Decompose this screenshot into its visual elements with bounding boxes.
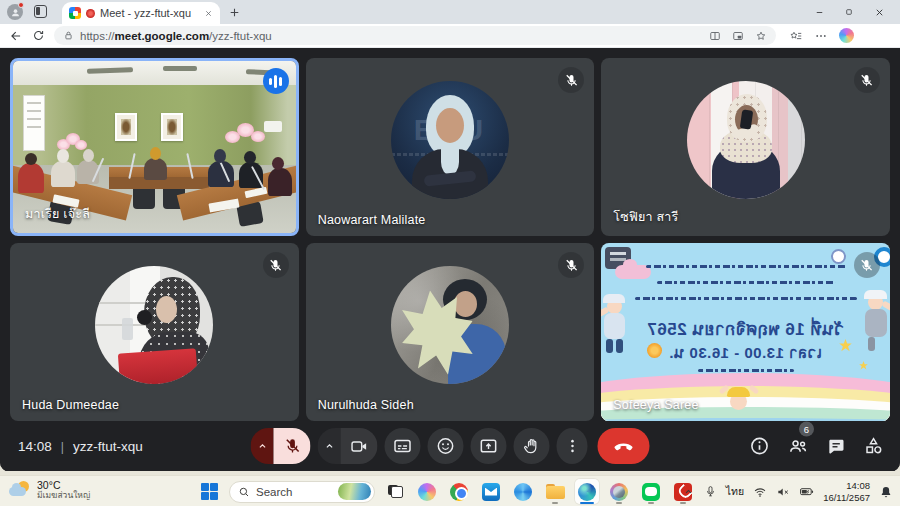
participant-name: Naowarart Malilate [318,213,426,227]
avatar [687,81,805,199]
leave-call-button[interactable] [598,428,650,464]
close-window-button[interactable] [864,0,894,24]
system-tray: ไทย 14:08 16/11/2567 [682,476,893,506]
copilot-icon [418,483,436,501]
taskbar-search[interactable]: Search [229,481,375,503]
toolbar-actions [789,28,854,43]
end-call-icon [613,435,635,457]
taskbar-chrome[interactable] [447,479,471,504]
taskbar-file-explorer[interactable] [543,479,567,504]
favorite-star-icon[interactable] [755,30,767,42]
tray-mic-icon[interactable] [704,485,717,498]
favorites-bar-icon[interactable] [789,29,803,43]
weather-condition: มีเมฆส่วนใหญ่ [37,491,90,501]
wifi-icon[interactable] [753,485,767,499]
people-icon [787,435,809,457]
address-bar-actions [709,30,767,42]
mic-toggle-button[interactable] [274,428,311,464]
photos-icon [610,483,628,501]
shared-event-poster: วันที่ 16 พฤศจิกายน 2567 เวลา 13.00 - 16… [601,243,890,421]
volume-muted-icon[interactable] [776,485,790,499]
meet-favicon-icon [69,7,81,19]
taskbar-mail[interactable] [479,479,503,504]
tab-strip: Meet - yzz-ftut-xqu [0,0,900,24]
mic-muted-icon [558,67,584,93]
camera-options-button[interactable] [318,428,341,464]
meeting-code: yzz-ftut-xqu [73,439,143,454]
task-view-button[interactable] [383,479,407,504]
present-screen-icon [479,436,499,456]
browser-window: Meet - yzz-ftut-xqu https://meet.google.… [0,0,900,472]
task-view-icon [388,485,403,498]
mic-muted-icon [854,252,880,278]
battery-icon[interactable] [799,484,814,499]
tray-date: 16/11/2567 [823,492,870,504]
participants-button[interactable]: 6 [786,435,809,458]
cartoon-kid-decoration [601,299,631,359]
participant-tile[interactable]: EDU Naowarart Malilate [306,58,595,236]
participant-tile-poster[interactable]: วันที่ 16 พฤศจิกายน 2567 เวลา 13.00 - 16… [601,243,890,421]
camera-control-group [318,428,378,464]
plus-icon [228,6,241,19]
participant-tile[interactable]: Huda Dumeedae [10,243,299,421]
more-menu-icon[interactable] [814,29,828,43]
tab-meet[interactable]: Meet - yzz-ftut-xqu [62,2,220,24]
language-indicator[interactable]: ไทย [726,483,744,500]
mic-muted-icon [558,252,584,278]
mic-muted-icon [854,67,880,93]
search-highlight-image [338,483,371,500]
tray-clock[interactable]: 14:08 16/11/2567 [823,480,870,504]
taskbar-store[interactable] [511,479,535,504]
participant-tile[interactable]: Nurulhuda Sideh [306,243,595,421]
taskbar-edge[interactable] [575,479,599,504]
activities-button[interactable] [862,435,885,458]
window-controls [804,0,894,24]
cartoon-kid-decoration [719,385,759,419]
present-button[interactable] [471,428,507,464]
reactions-button[interactable] [428,428,464,464]
avatar: EDU [391,81,509,199]
back-icon[interactable] [9,29,23,43]
participant-name: มาเรีย เจ๊ะลี [25,204,90,224]
captions-button[interactable] [385,428,421,464]
start-button[interactable] [197,479,221,504]
camera-toggle-button[interactable] [341,428,378,464]
meeting-details-button[interactable] [748,435,771,458]
maximize-button[interactable] [834,0,864,24]
meeting-info: 14:08 | yzz-ftut-xqu [18,439,143,454]
lock-icon[interactable] [63,30,74,41]
captions-icon [393,436,413,456]
copilot-icon[interactable] [839,28,854,43]
address-bar[interactable]: https://meet.google.com/yzz-ftut-xqu [54,26,776,45]
split-screen-icon[interactable] [709,30,721,42]
more-options-button[interactable] [557,428,588,464]
taskbar-copilot[interactable] [415,479,439,504]
chevron-up-icon [322,439,336,453]
profile-avatar-icon [10,7,21,18]
notifications-bell-icon[interactable] [879,485,893,499]
taskbar-line[interactable] [639,479,663,504]
taskbar-weather-widget[interactable]: 30°C มีเมฆส่วนใหญ่ [9,479,90,501]
minimize-button[interactable] [804,0,834,24]
more-vertical-icon [563,437,581,455]
mic-options-button[interactable] [251,428,274,464]
chat-button[interactable] [824,435,847,458]
separator: | [61,439,64,453]
tray-chevron-up-icon[interactable] [682,485,695,498]
new-tab-button[interactable] [228,5,242,19]
raise-hand-button[interactable] [514,428,550,464]
cartoon-kid-decoration [858,295,890,359]
participant-name: Huda Dumeedae [22,398,119,412]
picture-in-picture-icon[interactable] [732,30,744,42]
vertical-tabs-icon[interactable] [34,5,47,18]
tab-close-icon[interactable] [204,9,213,18]
windows-taskbar: 30°C มีเมฆส่วนใหญ่ Search [0,475,900,506]
call-controls [251,428,650,464]
mic-control-group [251,428,311,464]
participant-tile-video[interactable]: มาเรีย เจ๊ะลี [10,58,299,236]
participant-tile[interactable]: โซฟิยา สารี [601,58,890,236]
refresh-icon[interactable] [32,29,45,42]
avatar [391,266,509,384]
chat-icon [826,436,846,456]
taskbar-photos[interactable] [607,479,631,504]
